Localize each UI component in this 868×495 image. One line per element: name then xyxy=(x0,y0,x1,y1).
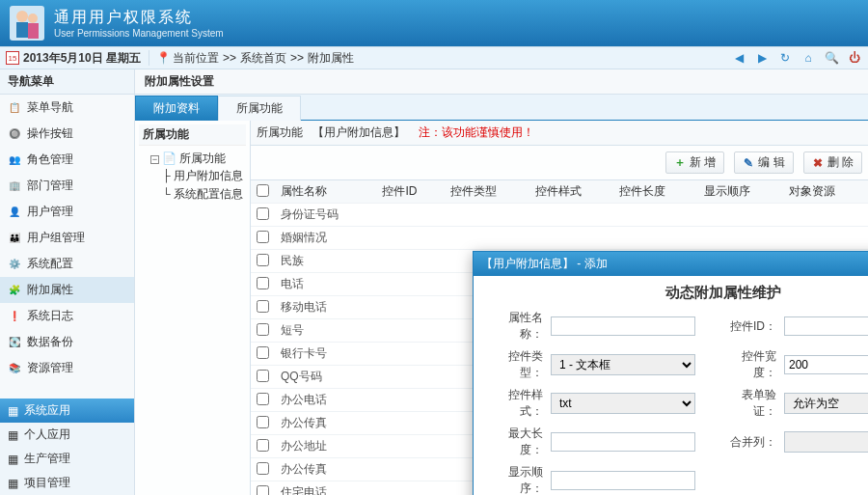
tree: −📄 所属功能 ├ 用户附加信息 └ 系统配置信息 xyxy=(139,150,246,205)
collapse-icon[interactable]: − xyxy=(150,155,159,164)
merge-col-select[interactable] xyxy=(784,431,868,453)
row-checkbox[interactable] xyxy=(257,277,269,289)
tree-root[interactable]: −📄 所属功能 ├ 用户附加信息 └ 系统配置信息 xyxy=(150,150,246,205)
backup-icon: 💽 xyxy=(8,336,21,349)
sidebar-item[interactable]: ⚙️系统配置 xyxy=(0,251,134,277)
row-checkbox[interactable] xyxy=(257,485,269,496)
sidebar-item-label: 用户管理 xyxy=(27,204,73,220)
location-icon: 📍 xyxy=(157,52,169,64)
column-header[interactable]: 显示顺序 xyxy=(698,180,783,204)
power-icon[interactable]: ⏻ xyxy=(847,50,862,66)
column-header[interactable]: 属性名称 xyxy=(275,180,376,204)
ctrl-type-select[interactable]: 1 - 文本框 xyxy=(551,354,695,375)
tree-header: 所属功能 xyxy=(139,124,246,146)
cell-attr-name: 办公电话 xyxy=(275,389,376,412)
divider xyxy=(149,50,149,66)
row-checkbox[interactable] xyxy=(257,370,269,382)
row-checkbox[interactable] xyxy=(257,231,269,243)
home-icon[interactable]: ⌂ xyxy=(800,50,816,66)
dialog-titlebar[interactable]: 【用户附加信息】 - 添加 ✕ xyxy=(474,252,868,276)
user-icon: 👤 xyxy=(8,206,21,219)
edit-button[interactable]: ✎编 辑 xyxy=(734,151,793,174)
tree-node[interactable]: ├ 用户附加信息 xyxy=(162,167,246,185)
sidebar-group[interactable]: ▦系统应用 xyxy=(0,399,134,423)
row-checkbox[interactable] xyxy=(257,416,269,428)
sidebar-title: 导航菜单 xyxy=(0,69,134,95)
svg-point-0 xyxy=(16,11,28,22)
cell-attr-name: 电话 xyxy=(275,273,376,296)
column-header[interactable]: 控件长度 xyxy=(613,180,698,204)
forward-icon[interactable]: ▶ xyxy=(754,50,770,66)
row-checkbox[interactable] xyxy=(257,254,269,266)
row-checkbox[interactable] xyxy=(257,207,269,220)
row-checkbox[interactable] xyxy=(257,439,269,452)
sidebar-item[interactable]: 🧩附加属性 xyxy=(0,277,134,303)
sidebar-group[interactable]: ▦个人应用 xyxy=(0,423,134,447)
sidebar-item[interactable]: 💽数据备份 xyxy=(0,329,134,355)
grid-warning: 注：该功能谨慎使用！ xyxy=(419,124,534,141)
tab-attr-data[interactable]: 附加资料 xyxy=(135,96,218,121)
toolbar-actions: ◀ ▶ ↻ ⌂ 🔍 ⏻ xyxy=(731,50,862,66)
sidebar-item[interactable]: 👥角色管理 xyxy=(0,147,134,173)
table-row[interactable]: 身份证号码 xyxy=(251,204,868,227)
sidebar-item-label: 角色管理 xyxy=(27,151,73,168)
cell-attr-name: 办公地址 xyxy=(275,435,376,458)
disp-order-input[interactable] xyxy=(551,471,695,490)
column-header[interactable]: 对象资源 xyxy=(783,180,868,204)
date-text: 2013年5月10日 星期五 xyxy=(23,50,141,67)
delete-button[interactable]: ✖删 除 xyxy=(803,151,862,174)
sidebar-group[interactable]: ▦项目管理 xyxy=(0,471,134,495)
ctrl-style-select[interactable]: txt xyxy=(551,393,695,414)
attr-icon: 🧩 xyxy=(8,284,21,297)
row-checkbox[interactable] xyxy=(257,462,269,475)
sidebar-item-label: 用户组管理 xyxy=(27,230,85,246)
sidebar-item[interactable]: 📚资源管理 xyxy=(0,355,134,381)
label-form-valid: 表单验证： xyxy=(722,387,776,420)
breadcrumb: 📍 当前位置 >> 系统首页 >> 附加属性 xyxy=(157,50,354,67)
table-row[interactable]: 婚姻情况 xyxy=(251,227,868,250)
sidebar-item-label: 系统日志 xyxy=(27,308,73,324)
menu-icon: 📋 xyxy=(8,101,21,115)
group-icon: 👪 xyxy=(8,232,21,245)
sidebar-item[interactable]: 📋菜单导航 xyxy=(0,95,134,121)
cell-attr-name: QQ号码 xyxy=(275,366,376,389)
row-checkbox[interactable] xyxy=(257,323,269,336)
sidebar-item-label: 部门管理 xyxy=(27,178,73,194)
tree-node[interactable]: └ 系统配置信息 xyxy=(162,185,246,204)
sidebar-item[interactable]: 👤用户管理 xyxy=(0,199,134,225)
attr-name-input[interactable] xyxy=(551,316,695,336)
row-checkbox[interactable] xyxy=(257,393,269,405)
column-header[interactable]: 控件样式 xyxy=(529,180,614,204)
back-icon[interactable]: ◀ xyxy=(731,50,746,66)
form-valid-select[interactable]: 允许为空 xyxy=(784,393,868,414)
ctrl-id-input[interactable] xyxy=(784,316,868,336)
tab-belong-fn[interactable]: 所属功能 xyxy=(218,96,301,121)
tree-panel: 所属功能 −📄 所属功能 ├ 用户附加信息 └ 系统配置信息 xyxy=(135,121,251,495)
svg-point-2 xyxy=(28,14,38,23)
sidebar-item-label: 操作按钮 xyxy=(27,125,73,142)
breadcrumb-part[interactable]: 系统首页 xyxy=(240,50,286,67)
folder-icon: ▦ xyxy=(8,404,18,418)
max-len-input[interactable] xyxy=(551,432,695,452)
calendar-icon xyxy=(6,51,19,65)
label-attr-name: 属性名称： xyxy=(489,310,543,343)
label-ctrl-id: 控件ID： xyxy=(722,318,776,335)
select-all-checkbox[interactable] xyxy=(257,184,269,197)
column-header[interactable]: 控件类型 xyxy=(445,180,529,204)
sidebar-group[interactable]: ▦生产管理 xyxy=(0,447,134,471)
sidebar-item[interactable]: 🏢部门管理 xyxy=(0,173,134,199)
row-checkbox[interactable] xyxy=(257,346,269,359)
row-checkbox[interactable] xyxy=(257,300,269,313)
search-icon[interactable]: 🔍 xyxy=(824,50,839,66)
sidebar-item[interactable]: ❗系统日志 xyxy=(0,303,134,329)
sidebar-item[interactable]: 🔘操作按钮 xyxy=(0,121,134,147)
ctrl-width-input[interactable] xyxy=(784,355,868,374)
tabs: 附加资料 所属功能 xyxy=(135,95,868,121)
add-button[interactable]: ＋新 增 xyxy=(665,151,724,174)
column-header[interactable]: 控件ID xyxy=(376,180,444,204)
refresh-icon[interactable]: ↻ xyxy=(777,50,793,66)
breadcrumb-part[interactable]: 附加属性 xyxy=(308,50,354,67)
svg-rect-3 xyxy=(28,23,39,39)
sidebar-item[interactable]: 👪用户组管理 xyxy=(0,225,134,251)
app-subtitle: User Permissions Management System xyxy=(54,28,224,39)
